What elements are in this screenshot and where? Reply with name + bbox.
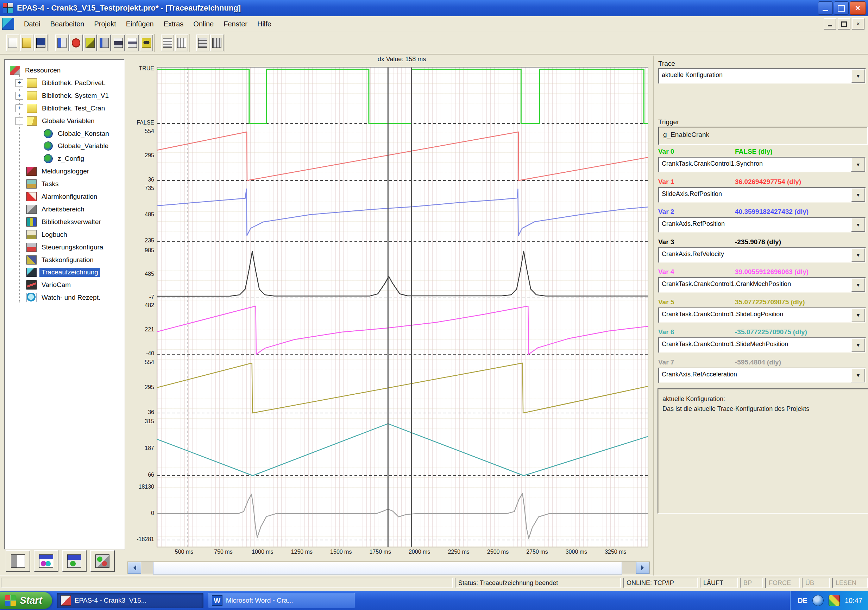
restore-button[interactable]	[834, 2, 849, 15]
chevron-down-icon[interactable]: ▼	[851, 218, 865, 232]
watch-window-button[interactable]	[161, 34, 174, 51]
sidebar-item-meldungslogger[interactable]: Meldungslogger	[16, 166, 91, 177]
close-button[interactable]: ×	[850, 2, 866, 15]
sidebar-item-traceaufzeichnung[interactable]: Traceaufzeichnung	[16, 267, 100, 278]
scrollbar-track[interactable]	[141, 562, 636, 574]
tree-expander-icon[interactable]: +	[16, 92, 23, 99]
resources-tab[interactable]	[90, 550, 115, 572]
stop-icon	[72, 38, 80, 48]
language-indicator[interactable]: DE	[798, 597, 808, 605]
var-signal-combobox-0[interactable]: CrankTask.CrankControl1.Synchron▼	[658, 157, 866, 172]
pou-tab[interactable]	[6, 550, 30, 572]
var-signal-combobox-3[interactable]: CrankAxis.RefVelocity▼	[658, 247, 866, 263]
scroll-left-button[interactable]	[128, 562, 141, 574]
horizontal-scrollbar[interactable]	[127, 562, 650, 574]
print-preview-button[interactable]	[126, 34, 139, 51]
sidebar-item-logbuch[interactable]: Logbuch	[16, 229, 69, 240]
menu-item-einf-gen[interactable]: Einfügen	[121, 18, 159, 30]
alarm-icon	[26, 192, 37, 201]
var-signal-combobox-5[interactable]: CrankTask.CrankControl1.SlideLogPosition…	[658, 308, 866, 323]
sidebar-item-taskkonfiguration[interactable]: Taskkonfiguration	[16, 254, 96, 266]
sidebar-item-watch-und-rezept[interactable]: Watch- und Rezept.	[16, 292, 102, 303]
chevron-down-icon[interactable]: ▼	[851, 278, 865, 292]
tray-app-icon[interactable]	[829, 595, 840, 606]
mdi-restore-button[interactable]	[838, 18, 850, 29]
sidebar-item-variocam[interactable]: VarioCam	[16, 279, 73, 291]
var-signal-value-6: CrankTask.CrankControl1.SlideMechPositio…	[659, 338, 851, 352]
folder-icon	[27, 104, 37, 113]
menu-item-datei[interactable]: Datei	[19, 18, 45, 30]
stop-button[interactable]	[69, 34, 83, 51]
minimize-button[interactable]	[818, 2, 833, 15]
sidebar-item-bibliothek-test-cran[interactable]: +Bibliothek. Test_Cran	[16, 103, 107, 114]
datatypes-tab-icon	[39, 554, 53, 568]
grid-online-button[interactable]	[210, 34, 223, 51]
chevron-down-icon[interactable]: ▼	[851, 69, 865, 83]
datatypes-tab[interactable]	[34, 550, 59, 572]
trace-config-combobox[interactable]: aktuelle Konfiguration ▼	[658, 68, 866, 84]
grid-config-button[interactable]	[196, 34, 209, 51]
global-search-button[interactable]	[140, 34, 153, 51]
menu-item-online[interactable]: Online	[188, 18, 219, 30]
menu-item-fenster[interactable]: Fenster	[219, 18, 253, 30]
start-label: Start	[20, 595, 42, 606]
scrollbar-thumb[interactable]	[153, 562, 622, 574]
sidebar-item-label: Traceaufzeichnung	[39, 268, 100, 277]
start-button[interactable]: Start	[0, 592, 52, 609]
var-signal-combobox-2[interactable]: CrankAxis.RefPosition▼	[658, 217, 866, 232]
menu-item-bearbeiten[interactable]: Bearbeiten	[45, 18, 89, 30]
chevron-down-icon[interactable]: ▼	[851, 338, 865, 352]
sidebar-item-tasks[interactable]: Tasks	[16, 178, 61, 190]
y-tick-label: 221	[127, 326, 154, 333]
print-button[interactable]	[112, 34, 125, 51]
variocam-icon	[26, 280, 37, 290]
scroll-right-button[interactable]	[636, 562, 649, 574]
chevron-down-icon[interactable]: ▼	[851, 158, 865, 172]
mdi-document-icon	[2, 18, 14, 30]
open-project-button[interactable]	[20, 34, 33, 51]
sidebar-item-bibliothek-system-v1[interactable]: +Bibliothek. System_V1	[16, 90, 111, 101]
sidebar-item-globale-variablen[interactable]: -Globale Variablen	[16, 115, 97, 127]
chevron-down-icon[interactable]: ▼	[851, 248, 865, 262]
var-signal-combobox-6[interactable]: CrankTask.CrankControl1.SlideMechPositio…	[658, 338, 866, 353]
compile-button[interactable]	[98, 34, 111, 51]
save-button[interactable]	[34, 34, 48, 51]
chevron-down-icon[interactable]: ▼	[851, 308, 865, 322]
trace-plot[interactable]	[157, 67, 648, 547]
trace-window-button[interactable]	[175, 34, 188, 51]
logbook-icon	[26, 230, 37, 239]
taskbar-task-microsoft-word-cra[interactable]: WMicrosoft Word - Cra...	[208, 593, 355, 608]
var-signal-combobox-7[interactable]: CrankAxis.RefAcceleration▼	[658, 368, 866, 383]
tray-network-icon[interactable]	[812, 595, 824, 606]
menu-item-extras[interactable]: Extras	[159, 18, 189, 30]
mdi-close-button[interactable]: ×	[852, 18, 865, 29]
sidebar-item-bibliothek-pacdrivel[interactable]: +Bibliothek. PacDriveL	[16, 77, 108, 89]
tree-expander-icon[interactable]: -	[16, 117, 23, 125]
trigger-field[interactable]: g_EnableCrank	[658, 127, 868, 145]
status-segment-empty	[1, 577, 453, 588]
download-button[interactable]	[84, 34, 97, 51]
sidebar-item-ressourcen[interactable]: Ressourcen	[10, 65, 63, 76]
var-signal-combobox-4[interactable]: CrankTask.CrankControl1.CrankMechPositio…	[658, 277, 866, 293]
new-project-button[interactable]	[6, 34, 19, 51]
var-signal-combobox-1[interactable]: SlideAxis.RefPosition▼	[658, 187, 866, 203]
y-tick-label: 187	[127, 445, 154, 452]
var-label-6: Var 6	[658, 328, 674, 336]
sidebar-item-steuerungskonfigura[interactable]: Steuerungskonfigura	[16, 242, 105, 253]
tree-expander-icon[interactable]: +	[16, 104, 23, 112]
mdi-minimize-button[interactable]	[824, 18, 836, 29]
sidebar-item-arbeitsbereich[interactable]: Arbeitsbereich	[16, 204, 86, 215]
login-button[interactable]	[55, 34, 69, 51]
visualizations-tab[interactable]	[62, 550, 87, 572]
sidebar-item-globale-konstan[interactable]: Globale_Konstan	[43, 128, 111, 139]
taskbar-task-epas-4-crank3-v15[interactable]: EPAS-4 - Crank3_V15...	[57, 593, 203, 608]
chevron-down-icon[interactable]: ▼	[851, 368, 865, 382]
menu-item-projekt[interactable]: Projekt	[89, 18, 121, 30]
sidebar-item-globale-variable[interactable]: Globale_Variable	[43, 140, 110, 152]
sidebar-item-z-config[interactable]: z_Config	[43, 153, 86, 164]
menu-item-hilfe[interactable]: Hilfe	[253, 18, 276, 30]
chevron-down-icon[interactable]: ▼	[851, 188, 865, 202]
sidebar-item-alarmkonfiguration[interactable]: Alarmkonfiguration	[16, 191, 99, 202]
sidebar-item-bibliotheksverwalter[interactable]: Bibliotheksverwalter	[16, 216, 103, 228]
tree-expander-icon[interactable]: +	[16, 79, 23, 87]
